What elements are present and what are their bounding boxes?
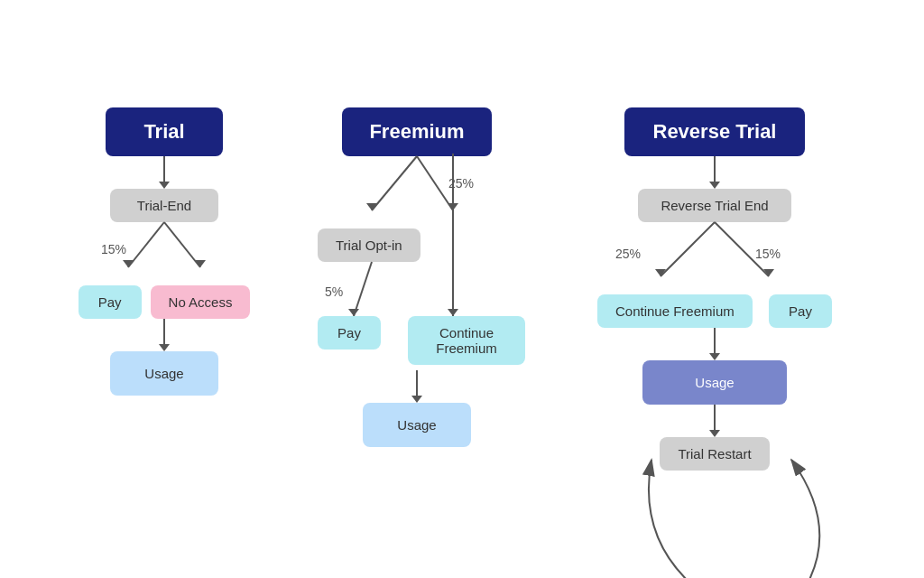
trial-pay-box: Pay — [79, 285, 142, 319]
svg-line-2 — [164, 222, 200, 267]
rt-branch-top: 25% 15% — [579, 222, 850, 294]
freemium-trial-optin-box: Trial Opt-in — [318, 228, 420, 262]
svg-line-12 — [661, 222, 715, 276]
freemium-column: Freemium 25% Trial Opt-in — [309, 107, 525, 447]
trial-no-access-box: No Access — [151, 285, 251, 319]
arrow-2 — [159, 319, 170, 351]
rt-branch-svg: 25% 15% — [579, 222, 850, 294]
rt-percent-25: 25% — [615, 247, 641, 261]
rt-arrow-1 — [709, 156, 720, 189]
branch-svg-trial: 15% — [74, 222, 254, 285]
svg-marker-9 — [348, 309, 359, 316]
freemium-top-svg: 25% — [309, 156, 525, 228]
percent-label-trial: 15% — [101, 242, 126, 256]
freemium-continue-box: Continue Freemium — [408, 316, 525, 365]
rt-trial-end-box: Reverse Trial End — [638, 189, 791, 222]
trial-header: Trial — [106, 107, 223, 156]
reverse-trial-header: Reverse Trial — [624, 107, 805, 156]
rt-arrow-2 — [709, 328, 720, 360]
rt-continue-freemium-box: Continue Freemium — [597, 294, 753, 328]
svg-line-8 — [354, 262, 372, 316]
svg-line-4 — [372, 156, 417, 210]
freemium-top-row: Trial Opt-in — [318, 228, 516, 262]
svg-marker-11 — [448, 309, 458, 316]
rt-pay-box: Pay — [769, 294, 832, 328]
freemium-pay-box: Pay — [318, 316, 381, 350]
rt-choices: Continue Freemium Pay — [597, 294, 832, 328]
svg-line-0 — [128, 222, 164, 267]
diagram-container: Trial Trial-End 15% Pay No Access — [0, 89, 924, 489]
trial-usage-box: Usage — [110, 351, 218, 396]
reverse-trial-column: Reverse Trial Reverse Trial End 25% 15% … — [579, 107, 850, 471]
rt-arrow-3 — [709, 405, 720, 437]
rt-percent-15: 15% — [755, 247, 781, 261]
trial-end-box: Trial-End — [110, 189, 218, 222]
svg-line-6 — [417, 156, 453, 210]
rt-trial-restart-box: Trial Restart — [660, 437, 769, 471]
percent-label-freemium-5: 5% — [325, 284, 343, 299]
freemium-header: Freemium — [342, 107, 491, 156]
trial-choices: Pay No Access — [79, 285, 251, 319]
arrow-1 — [159, 156, 170, 189]
rt-usage-box: Usage — [642, 360, 787, 405]
freemium-mid: 5% Pay Continue Freemium — [309, 262, 525, 424]
trial-column: Trial Trial-End 15% Pay No Access — [74, 107, 254, 396]
